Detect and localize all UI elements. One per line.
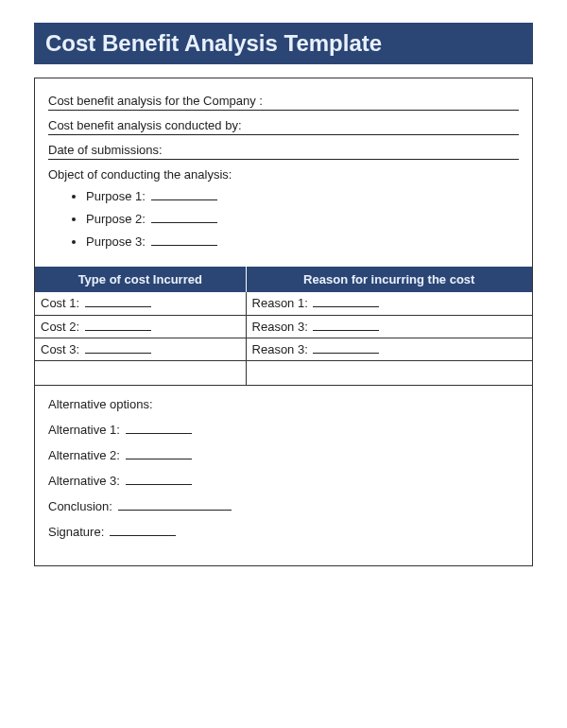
- object-label: Object of conducting the analysis:: [48, 167, 519, 182]
- alternative-item: Alternative 3:: [48, 474, 519, 488]
- content-box: Cost benefit analysis for the Company : …: [34, 78, 533, 566]
- document-title: Cost Benefit Analysis Template: [34, 23, 533, 64]
- cost-cell: Cost 2:: [35, 315, 246, 338]
- company-line: [48, 110, 519, 111]
- section-header-fields: Cost benefit analysis for the Company : …: [35, 78, 532, 267]
- table-row: Cost 3: Reason 3:: [35, 338, 532, 360]
- table-row: Cost 2: Reason 3:: [35, 315, 532, 338]
- date-line: [48, 159, 519, 160]
- purpose-label: Purpose 3:: [86, 234, 146, 249]
- reason-cell: Reason 3:: [246, 315, 532, 338]
- header-cost: Type of cost Incurred: [35, 267, 246, 292]
- blank: [85, 296, 151, 307]
- purpose-blank: [151, 189, 217, 200]
- alternatives-heading: Alternative options:: [48, 397, 519, 411]
- blank: [313, 342, 379, 354]
- alternative-item: Alternative 2:: [48, 448, 519, 462]
- section-alternatives: Alternative options: Alternative 1: Alte…: [35, 386, 532, 565]
- blank: [126, 448, 192, 459]
- cost-cell: Cost 1:: [35, 292, 246, 315]
- cost-table: Type of cost Incurred Reason for incurri…: [35, 267, 532, 386]
- purpose-blank: [151, 212, 217, 223]
- company-label: Cost benefit analysis for the Company :: [48, 94, 519, 108]
- signature-line: Signature:: [48, 525, 519, 539]
- blank: [126, 423, 192, 434]
- purpose-label: Purpose 1:: [86, 189, 146, 203]
- spacer-cell: [246, 360, 532, 385]
- date-label: Date of submissions:: [48, 143, 519, 157]
- field-date: Date of submissions:: [48, 143, 519, 160]
- conclusion-line: Conclusion:: [48, 499, 519, 513]
- table-row: Cost 1: Reason 1:: [35, 292, 532, 315]
- purpose-item: Purpose 2:: [86, 212, 519, 226]
- purpose-label: Purpose 2:: [86, 212, 146, 226]
- blank: [126, 474, 192, 485]
- reason-cell: Reason 1:: [246, 292, 532, 315]
- blank: [313, 320, 379, 331]
- blank: [85, 342, 151, 354]
- table-header-row: Type of cost Incurred Reason for incurri…: [35, 267, 532, 292]
- purpose-item: Purpose 1:: [86, 189, 519, 203]
- table-spacer-row: [35, 360, 532, 385]
- field-company: Cost benefit analysis for the Company :: [48, 94, 519, 111]
- blank: [85, 320, 151, 331]
- blank: [110, 525, 176, 536]
- conducted-by-label: Cost benefit analysis conducted by:: [48, 118, 519, 132]
- conducted-by-line: [48, 134, 519, 135]
- purpose-blank: [151, 234, 217, 246]
- blank: [313, 296, 379, 307]
- reason-cell: Reason 3:: [246, 338, 532, 360]
- spacer-cell: [35, 360, 246, 385]
- cost-cell: Cost 3:: [35, 338, 246, 360]
- alternative-item: Alternative 1:: [48, 423, 519, 437]
- blank: [118, 499, 232, 511]
- field-conducted-by: Cost benefit analysis conducted by:: [48, 118, 519, 135]
- purpose-item: Purpose 3:: [86, 234, 519, 249]
- header-reason: Reason for incurring the cost: [246, 267, 532, 292]
- purpose-list: Purpose 1: Purpose 2: Purpose 3:: [48, 189, 519, 249]
